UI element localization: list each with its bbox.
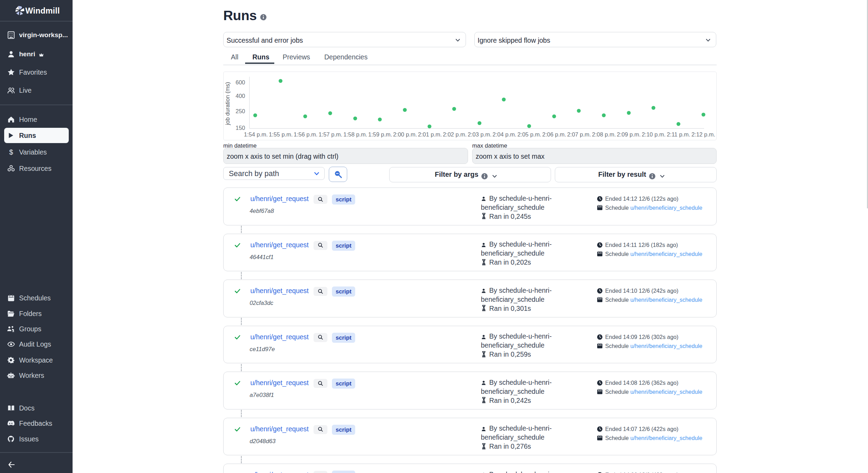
svg-text:150: 150 xyxy=(235,125,245,131)
svg-text:2:03 p.m.: 2:03 p.m. xyxy=(468,131,492,138)
svg-text:$: $ xyxy=(9,148,13,156)
svg-text:250: 250 xyxy=(235,108,245,114)
svg-text:2:06 p.m.: 2:06 p.m. xyxy=(542,131,566,138)
svg-text:2:12 p.m.: 2:12 p.m. xyxy=(691,131,715,138)
svg-text:2:09 p.m.: 2:09 p.m. xyxy=(617,131,641,138)
svg-text:1:55 p.m.: 1:55 p.m. xyxy=(269,131,293,138)
svg-text:2:10 p.m.: 2:10 p.m. xyxy=(642,131,666,138)
svg-text:2:05 p.m.: 2:05 p.m. xyxy=(517,131,541,138)
svg-text:1:54 p.m.: 1:54 p.m. xyxy=(244,131,268,138)
svg-text:1:58 p.m.: 1:58 p.m. xyxy=(343,131,367,138)
svg-text:600: 600 xyxy=(235,79,245,85)
svg-text:400: 400 xyxy=(235,93,245,99)
svg-text:2:07 p.m.: 2:07 p.m. xyxy=(567,131,591,138)
svg-text:2:11 p.m.: 2:11 p.m. xyxy=(667,131,690,138)
svg-text:job duration (ms): job duration (ms) xyxy=(224,82,231,125)
svg-text:1:56 p.m.: 1:56 p.m. xyxy=(294,131,318,138)
svg-text:2:01 p.m.: 2:01 p.m. xyxy=(418,131,442,138)
svg-text:1:57 p.m.: 1:57 p.m. xyxy=(318,131,342,138)
svg-text:2:08 p.m.: 2:08 p.m. xyxy=(592,131,616,138)
svg-text:1:59 p.m.: 1:59 p.m. xyxy=(368,131,392,138)
svg-text:2:04 p.m.: 2:04 p.m. xyxy=(493,131,517,138)
svg-text:2:00 p.m.: 2:00 p.m. xyxy=(393,131,417,138)
svg-text:2:02 p.m.: 2:02 p.m. xyxy=(443,131,467,138)
